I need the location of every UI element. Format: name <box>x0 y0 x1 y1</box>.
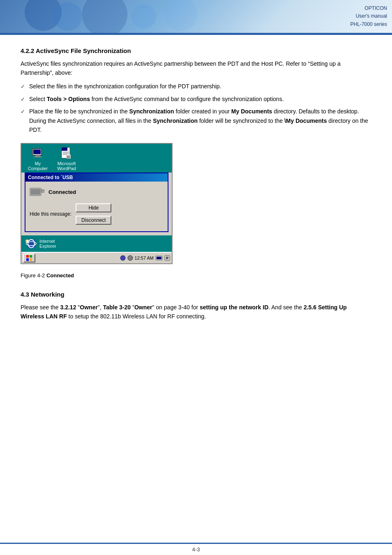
bullet-list: ✓ Select the files in the synchronizatio… <box>21 82 371 135</box>
screenshot-window: MyComputer W MicrosoftWordPad <box>21 143 173 264</box>
windows-flag-icon <box>26 255 32 261</box>
list-item: ✓ Select the files in the synchronizatio… <box>21 82 371 91</box>
bullet-2-text: Select Tools > Options from the ActiveSy… <box>29 94 284 104</box>
bold-3212: 3.2.12 <box>60 304 76 311</box>
svg-rect-21 <box>26 258 29 261</box>
svg-rect-5 <box>62 147 67 151</box>
desktop-area: MyComputer W MicrosoftWordPad <box>21 144 172 173</box>
taskbar-icon4 <box>164 255 170 261</box>
figure-label-pre: Figure 4-2 <box>21 272 46 279</box>
svg-rect-1 <box>33 150 41 154</box>
taskbar-clock: 12:57 AM <box>120 255 170 261</box>
bold-mydocs: My Documents <box>231 108 272 115</box>
section-43: 4.3 Networking Please see the 3.2.12 "Ow… <box>21 291 371 321</box>
bold-sync2: Synchronization <box>153 117 198 124</box>
header-brand: OPTICON User's manual PHL-7000 series <box>326 0 392 33</box>
taskbar-icon1 <box>120 255 126 261</box>
usb-title-text: Connected to `USB <box>28 175 73 180</box>
svg-text:📄: 📄 <box>26 240 30 243</box>
page-footer: 4-3 <box>0 543 392 555</box>
section-43-title: 4.3 Networking <box>21 291 371 298</box>
taskbar-time-text: 12:57 AM <box>135 256 154 260</box>
hide-label: Hide this message: <box>30 211 71 217</box>
hide-button[interactable]: Hide <box>76 203 111 212</box>
svg-rect-3 <box>34 157 42 157</box>
usb-connected-row: Connected <box>30 186 164 198</box>
brand-name: OPTICON <box>364 5 387 12</box>
brand-line2: User's manual <box>356 12 387 20</box>
my-computer-label: MyComputer <box>28 161 48 171</box>
taskbar-icon2 <box>127 255 133 261</box>
ie-label-line1: InternetExplorer <box>39 239 56 249</box>
usb-titlebar: Connected to `USB <box>25 173 168 182</box>
svg-point-23 <box>120 256 125 260</box>
svg-text:W: W <box>67 155 70 159</box>
taskbar-icon3 <box>155 255 163 261</box>
bullet-1-text: Select the files in the synchronization … <box>29 82 221 91</box>
svg-rect-12 <box>30 189 40 195</box>
start-button[interactable] <box>23 253 35 263</box>
bold-table320: Table 3-20 <box>103 304 131 311</box>
svg-rect-22 <box>30 258 32 261</box>
bold-owner1: Owner <box>80 304 98 311</box>
bold-tools-options: Tools > Options <box>47 96 90 102</box>
checkmark-icon: ✓ <box>21 95 25 104</box>
svg-rect-19 <box>26 255 29 258</box>
svg-rect-26 <box>157 257 161 259</box>
figure-caption: Figure 4-2 Connected <box>21 272 371 279</box>
page-header: OPTICON User's manual PHL-7000 series <box>0 0 392 33</box>
section-43-para: Please see the 3.2.12 "Owner", Table 3-2… <box>21 303 371 321</box>
bold-sync: Synchronization <box>129 108 174 115</box>
svg-point-24 <box>128 256 133 260</box>
buttons-col: Hide Disconnect <box>76 203 111 225</box>
disconnect-button[interactable]: Disconnect <box>76 216 111 225</box>
figure-label-bold: Connected <box>46 272 74 279</box>
usb-connected-window: Connected to `USB Connected Hide th <box>25 173 168 232</box>
section-422-title: 4.2.2 ActiveSync File Synchronization <box>21 47 371 54</box>
taskbar: 12:57 AM <box>21 252 172 263</box>
wordpad-icon-img: W <box>60 147 73 160</box>
ie-icon: 📄 <box>25 238 37 249</box>
section-422-para1: ActiveSync files synchronization require… <box>21 59 371 78</box>
checkmark-icon: ✓ <box>21 108 25 116</box>
list-item: ✓ Select Tools > Options from the Active… <box>21 94 371 104</box>
brand-line3: PHL-7000 series <box>350 21 387 28</box>
wordpad-label: MicrosoftWordPad <box>57 161 76 171</box>
svg-rect-2 <box>35 155 40 157</box>
ie-area: 📄 InternetExplorer <box>21 235 172 252</box>
usb-connected-text: Connected <box>48 189 76 195</box>
ie-label: InternetExplorer <box>39 239 56 249</box>
page-content: 4.2.2 ActiveSync File Synchronization Ac… <box>0 35 392 345</box>
computer-icon-img <box>31 147 44 160</box>
my-computer-icon: MyComputer <box>25 147 50 171</box>
checkmark-icon: ✓ <box>21 83 25 91</box>
list-item: ✓ Place the file to be synchronized in t… <box>21 107 371 134</box>
page-number: 4-3 <box>192 546 200 553</box>
bullet-3-text: Place the file to be synchronized in the… <box>29 107 371 134</box>
bold-mydocs2: \My Documents <box>284 117 327 124</box>
usb-body: Connected Hide this message: Hide Discon… <box>25 182 168 231</box>
usb-status-icon <box>30 186 44 198</box>
svg-rect-13 <box>41 190 44 192</box>
bold-network-id: setting up the network ID <box>200 304 268 311</box>
wordpad-icon: W MicrosoftWordPad <box>54 147 79 171</box>
bold-owner2: Owner <box>134 304 152 311</box>
usb-hide-row: Hide this message: Hide Disconnect <box>30 203 164 225</box>
svg-rect-20 <box>30 255 32 258</box>
